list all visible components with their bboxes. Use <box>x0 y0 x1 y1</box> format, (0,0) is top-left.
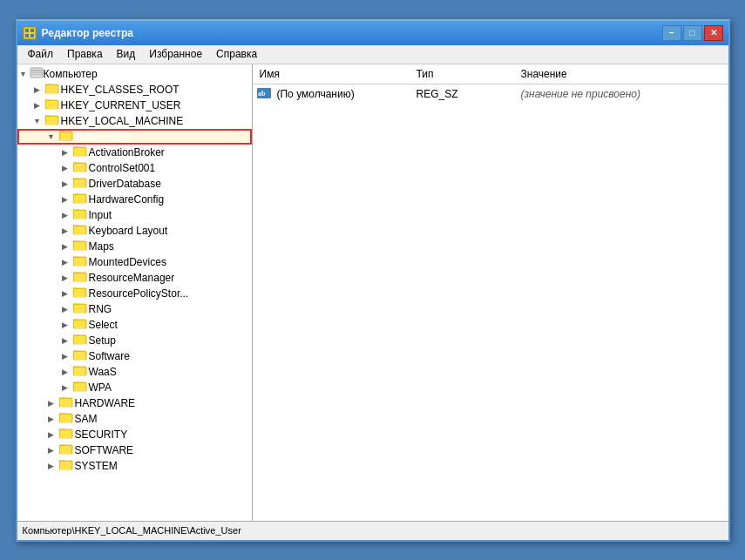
svg-rect-32 <box>74 195 85 203</box>
right-panel: Имя Тип Значение ab(По умолчанию)REG_SZ(… <box>253 64 728 521</box>
minimize-button[interactable]: – <box>662 25 681 41</box>
expander-keyboardlayout[interactable]: ▶ <box>59 225 71 237</box>
tree-panel[interactable]: ▼Компьютер▶ HKEY_CLASSES_ROOT▶ HKEY_CURR… <box>17 64 253 521</box>
tree-node-wpa[interactable]: ▶ WPA <box>17 380 252 395</box>
tree-label-resourcemanager: ResourceManager <box>89 272 175 284</box>
menu-item-справка[interactable]: Справка <box>209 46 264 62</box>
registry-row[interactable]: ab(По умолчанию)REG_SZ(значение не присв… <box>253 86 728 102</box>
window-controls: – □ ✕ <box>662 25 723 41</box>
expander-software2[interactable]: ▶ <box>45 444 58 456</box>
status-path: Компьютер\HKEY_LOCAL_MACHINE\Active_User <box>23 525 241 536</box>
folder-icon-security <box>58 427 75 442</box>
expander-resourcepolicystore[interactable]: ▶ <box>59 287 71 300</box>
tree-label-input: Input <box>89 209 112 221</box>
tree-label-setup: Setup <box>89 334 116 347</box>
expander-hklm[interactable]: ▼ <box>31 115 44 127</box>
reg-type-icon: ab <box>256 87 274 101</box>
col-header-value: Значение <box>514 66 728 82</box>
expander-system[interactable]: ▶ <box>45 460 58 472</box>
tree-node-hardware[interactable]: ▶ HARDWARE <box>17 395 252 411</box>
expander-maps[interactable]: ▶ <box>59 240 71 253</box>
tree-node-activationbroker[interactable]: ▶ ActivationBroker <box>17 145 252 160</box>
tree-node-input[interactable]: ▶ Input <box>17 207 252 223</box>
col-header-type: Тип <box>410 66 514 82</box>
tree-node-active_user[interactable]: ▼ Active_User <box>17 129 252 145</box>
expander-computer[interactable]: ▼ <box>17 68 30 80</box>
folder-icon-resourcepolicystore <box>71 286 89 300</box>
expander-resourcemanager[interactable]: ▶ <box>59 272 71 284</box>
svg-rect-1 <box>25 29 29 32</box>
tree-node-software[interactable]: ▶ Software <box>17 348 252 364</box>
folder-icon-software2 <box>58 442 75 457</box>
expander-rng[interactable]: ▶ <box>59 303 71 315</box>
expander-software[interactable]: ▶ <box>59 350 71 362</box>
tree-label-software: Software <box>89 350 130 362</box>
menu-bar: ФайлПравкаВидИзбранноеСправка <box>17 45 728 64</box>
svg-rect-2 <box>30 29 34 32</box>
tree-label-keyboardlayout: Keyboard Layout <box>89 225 168 237</box>
expander-hardware[interactable]: ▶ <box>45 397 58 409</box>
tree-node-system[interactable]: ▶ SYSTEM <box>17 458 252 474</box>
tree-node-security[interactable]: ▶ SECURITY <box>17 427 252 442</box>
expander-wpa[interactable]: ▶ <box>59 381 71 394</box>
svg-rect-35 <box>74 211 85 219</box>
expander-hkcr[interactable]: ▶ <box>31 84 44 96</box>
reg-name: (По умолчанию) <box>274 88 413 100</box>
folder-icon-resourcemanager <box>71 270 89 285</box>
tree-node-driverdatabase[interactable]: ▶ DriverDatabase <box>17 176 252 192</box>
tree-node-mounteddevices[interactable]: ▶ MountedDevices <box>17 254 252 270</box>
tree-node-hklm[interactable]: ▼ HKEY_LOCAL_MACHINE <box>17 113 252 129</box>
tree-node-sam[interactable]: ▶ SAM <box>17 411 252 427</box>
tree-node-waas[interactable]: ▶ WaaS <box>17 364 252 380</box>
expander-controlset001[interactable]: ▶ <box>59 162 71 174</box>
svg-rect-14 <box>46 101 58 109</box>
tree-label-active_user: Active_User <box>75 131 132 143</box>
tree-node-computer[interactable]: ▼Компьютер <box>17 66 252 82</box>
menu-item-вид[interactable]: Вид <box>110 46 143 62</box>
tree-node-controlset001[interactable]: ▶ ControlSet001 <box>17 160 252 176</box>
svg-rect-50 <box>74 289 85 297</box>
expander-activationbroker[interactable]: ▶ <box>59 146 71 159</box>
menu-item-избранное[interactable]: Избранное <box>142 46 209 62</box>
tree-node-resourcemanager[interactable]: ▶ ResourceManager <box>17 270 252 286</box>
app-icon <box>23 26 37 40</box>
tree-node-maps[interactable]: ▶ Maps <box>17 239 252 254</box>
tree-node-hardwareconfig[interactable]: ▶ HardwareConfig <box>17 192 252 207</box>
tree-node-resourcepolicystore[interactable]: ▶ ResourcePolicyStor... <box>17 286 252 301</box>
maximize-button[interactable]: □ <box>683 25 702 41</box>
expander-hkcu[interactable]: ▶ <box>31 99 44 111</box>
expander-security[interactable]: ▶ <box>45 428 58 441</box>
folder-icon-activationbroker <box>71 145 89 159</box>
tree-label-security: SECURITY <box>75 428 128 441</box>
folder-icon-system <box>58 458 75 473</box>
expander-active_user[interactable]: ▼ <box>45 131 58 143</box>
tree-node-hkcu[interactable]: ▶ HKEY_CURRENT_USER <box>17 98 252 113</box>
close-button[interactable]: ✕ <box>704 25 723 41</box>
expander-setup[interactable]: ▶ <box>59 334 71 347</box>
svg-rect-68 <box>74 383 85 391</box>
tree-node-setup[interactable]: ▶ Setup <box>17 333 252 348</box>
svg-rect-23 <box>74 148 85 156</box>
tree-label-computer: Компьютер <box>44 68 98 80</box>
menu-item-файл[interactable]: Файл <box>21 46 61 62</box>
expander-waas[interactable]: ▶ <box>59 366 71 378</box>
expander-input[interactable]: ▶ <box>59 209 71 221</box>
tree-label-resourcepolicystore: ResourcePolicyStor... <box>89 287 189 300</box>
tree-label-software2: SOFTWARE <box>75 444 134 456</box>
tree-node-software2[interactable]: ▶ SOFTWARE <box>17 442 252 458</box>
expander-driverdatabase[interactable]: ▶ <box>59 178 71 190</box>
svg-rect-56 <box>74 320 85 328</box>
expander-mounteddevices[interactable]: ▶ <box>59 256 71 268</box>
menu-item-правка[interactable]: Правка <box>60 46 110 62</box>
main-window: Редактор реестра – □ ✕ ФайлПравкаВидИзбр… <box>16 19 730 542</box>
svg-rect-47 <box>74 273 85 281</box>
tree-node-rng[interactable]: ▶ RNG <box>17 301 252 317</box>
folder-icon-input <box>71 207 89 222</box>
tree-node-hkcr[interactable]: ▶ HKEY_CLASSES_ROOT <box>17 82 252 98</box>
expander-select[interactable]: ▶ <box>59 319 71 331</box>
registry-tree: ▼Компьютер▶ HKEY_CLASSES_ROOT▶ HKEY_CURR… <box>17 64 252 476</box>
expander-sam[interactable]: ▶ <box>45 413 58 425</box>
tree-node-keyboardlayout[interactable]: ▶ Keyboard Layout <box>17 223 252 239</box>
expander-hardwareconfig[interactable]: ▶ <box>59 193 71 206</box>
tree-node-select[interactable]: ▶ Select <box>17 317 252 333</box>
